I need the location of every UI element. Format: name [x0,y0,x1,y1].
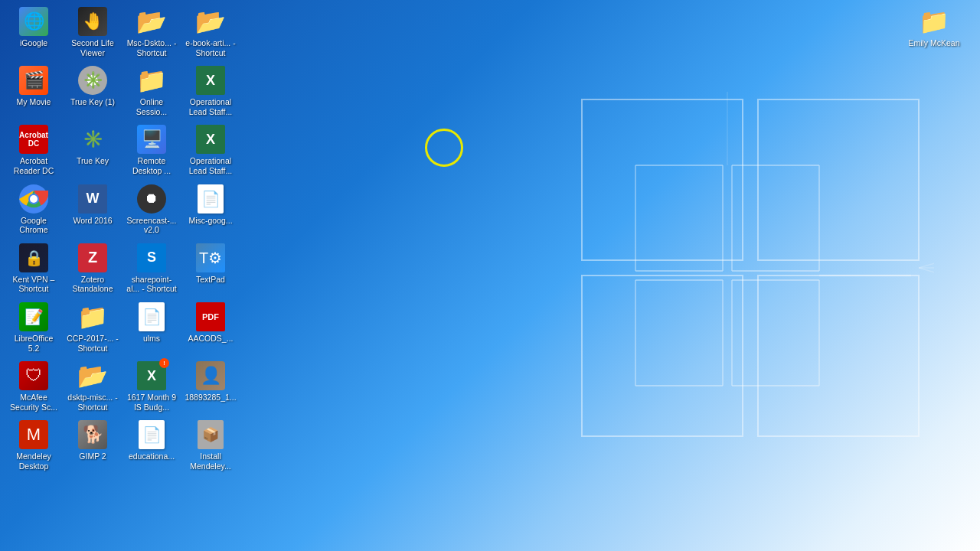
acrobat-icon: AcrobatDC [18,124,49,155]
desktop-icon-truekey1[interactable]: ✳️ True Key (1) [65,62,120,119]
mcafee-icon: 🛡 [18,360,49,391]
igoogle-icon: 🌐 [18,6,49,37]
misc-goog-icon: 📄 [195,184,226,214]
msc-dskto-label: Msc-Dskto... - Shortcut [126,38,178,57]
desktop-icon-1617month[interactable]: X ! 1617 Month 9 IS Budg... [124,357,179,415]
1617month-icon: X ! [136,360,167,391]
desktop-icon-word2016[interactable]: W Word 2016 [65,181,120,238]
desktop-icon-ulms[interactable]: 📄 ulms [124,298,179,356]
desktop-icon-screencast[interactable]: ⏺ Screencast-... v2.0 [124,181,179,238]
ccp2017-label: CCP-2017-... - Shortcut [67,334,119,353]
kent-vpn-label: Kent VPN – Shortcut [8,275,60,294]
emily-mckean-icon: 📁 [919,6,949,37]
desktop-icon-msc-dskto[interactable]: 📂 Msc-Dskto... - Shortcut [124,3,179,60]
install-mendeley-label: Install Mendeley... [185,452,237,471]
secondlife-icon: 🤚 [77,6,108,37]
educational-label: educationa... [129,452,175,461]
ulms-label: ulms [143,334,160,344]
emily-mckean-label: Emily McKean [908,38,959,48]
mcafee-label: McAfee Security Sc... [8,393,60,412]
desktop-icon-remote-desktop[interactable]: 🖥️ Remote Desktop ... [124,121,179,178]
svg-point-28 [30,195,38,203]
remote-desktop-label: Remote Desktop ... [126,156,178,175]
dsktp-misc-icon: 📂 [77,360,108,391]
textpad-label: TextPad [196,275,225,285]
desktop-icon-truekey[interactable]: ✳️ True Key [65,121,120,178]
acrobat-label: Acrobat Reader DC [8,156,60,175]
desktop-icon-emily-mckean[interactable]: 📁 Emily McKean [906,3,962,51]
desktop-icon-mendeley[interactable]: M Mendeley Desktop [6,416,61,474]
truekey-label: True Key [77,156,109,166]
ebook-icon: 📂 [195,6,226,37]
misc-goog-label: Misc-goog... [188,216,232,226]
sharepoint-icon: S [136,243,167,273]
desktop-icon-igoogle[interactable]: 🌐 iGoogle [6,3,61,60]
operational1-icon: X [195,65,226,96]
desktop-icon-gimp2[interactable]: 🐕 GIMP 2 [65,416,120,474]
ulms-icon: 📄 [136,302,167,332]
icon-grid: 🌐 iGoogle 🤚 Second Life Viewer 📂 Msc-Dsk… [3,0,288,478]
libreoffice-icon: 📝 [18,302,49,332]
desktop-icon-area: 🌐 iGoogle 🤚 Second Life Viewer 📂 Msc-Dsk… [0,0,291,551]
truekey1-icon: ✳️ [77,65,108,96]
18893285-label: 18893285_1... [185,393,236,403]
desktop-icon-google-chrome[interactable]: Google Chrome [6,181,61,238]
google-chrome-label: Google Chrome [8,216,60,235]
truekey1-label: True Key (1) [70,97,115,107]
igoogle-label: iGoogle [20,38,47,48]
desktop-icon-online-session[interactable]: 📁 Online Sessio... [124,62,179,119]
desktop-icon-dsktp-misc[interactable]: 📂 dsktp-misc... - Shortcut [65,357,120,415]
desktop-icon-secondlife[interactable]: 🤚 Second Life Viewer [65,3,120,60]
dsktp-misc-label: dsktp-misc... - Shortcut [67,393,119,412]
desktop-icon-ccp2017[interactable]: 📁 CCP-2017-... - Shortcut [65,298,120,356]
aacods-icon: PDF [195,302,226,332]
desktop-icon-18893285[interactable]: 👤 18893285_1... [183,357,238,415]
desktop-icon-misc-goog[interactable]: 📄 Misc-goog... [183,181,238,238]
desktop-icon-aacods[interactable]: PDF AACODS_... [183,298,238,356]
secondlife-label: Second Life Viewer [67,38,119,57]
18893285-icon: 👤 [195,360,226,391]
educational-icon: 📄 [136,419,167,450]
truekey-icon: ✳️ [77,124,108,155]
desktop-icon-operational2[interactable]: X Operational Lead Staff... [183,121,238,178]
desktop-icon-operational1[interactable]: X Operational Lead Staff... [183,62,238,119]
msc-dskto-icon: 📂 [136,6,167,37]
desktop-icon-zotero[interactable]: Z Zotero Standalone [65,240,120,297]
mymovie-label: My Movie [17,97,51,107]
online-session-label: Online Sessio... [126,97,178,116]
gimp2-icon: 🐕 [77,419,108,450]
google-chrome-icon [18,184,49,214]
windows-logo [536,92,919,459]
desktop-icon-mcafee[interactable]: 🛡 McAfee Security Sc... [6,357,61,415]
sharepoint-label: sharepoint-al... - Shortcut [126,275,178,294]
right-icon-area: 📁 Emily McKean [903,0,980,54]
textpad-icon: T⚙ [195,243,226,273]
screencast-icon: ⏺ [136,184,167,214]
word2016-icon: W [77,184,108,214]
mendeley-icon: M [18,419,49,450]
aacods-label: AACODS_... [188,334,234,344]
desktop-icon-sharepoint[interactable]: S sharepoint-al... - Shortcut [124,240,179,297]
ccp2017-icon: 📁 [77,302,108,332]
zotero-label: Zotero Standalone [67,275,119,294]
ebook-label: e-book-arti... - Shortcut [185,38,237,57]
libreoffice-label: LibreOffice 5.2 [8,334,60,353]
desktop-icon-kent-vpn[interactable]: 🔒 Kent VPN – Shortcut [6,240,61,297]
desktop-icon-textpad[interactable]: T⚙ TextPad [183,240,238,297]
mendeley-label: Mendeley Desktop [8,452,60,471]
1617month-label: 1617 Month 9 IS Budg... [126,393,178,412]
install-mendeley-icon: 📦 [195,419,226,450]
remote-desktop-icon: 🖥️ [136,124,167,155]
desktop-icon-libreoffice[interactable]: 📝 LibreOffice 5.2 [6,298,61,356]
operational2-label: Operational Lead Staff... [185,156,237,175]
word2016-label: Word 2016 [73,216,112,226]
desktop-icon-educational[interactable]: 📄 educationa... [124,416,179,474]
operational2-icon: X [195,124,226,155]
desktop-icon-install-mendeley[interactable]: 📦 Install Mendeley... [183,416,238,474]
desktop-icon-mymovie[interactable]: 🎬 My Movie [6,62,61,119]
gimp2-label: GIMP 2 [79,452,106,461]
operational1-label: Operational Lead Staff... [185,97,237,116]
desktop-icon-acrobat[interactable]: AcrobatDC Acrobat Reader DC [6,121,61,178]
desktop-icon-ebook[interactable]: 📂 e-book-arti... - Shortcut [183,3,238,60]
zotero-icon: Z [77,243,108,273]
